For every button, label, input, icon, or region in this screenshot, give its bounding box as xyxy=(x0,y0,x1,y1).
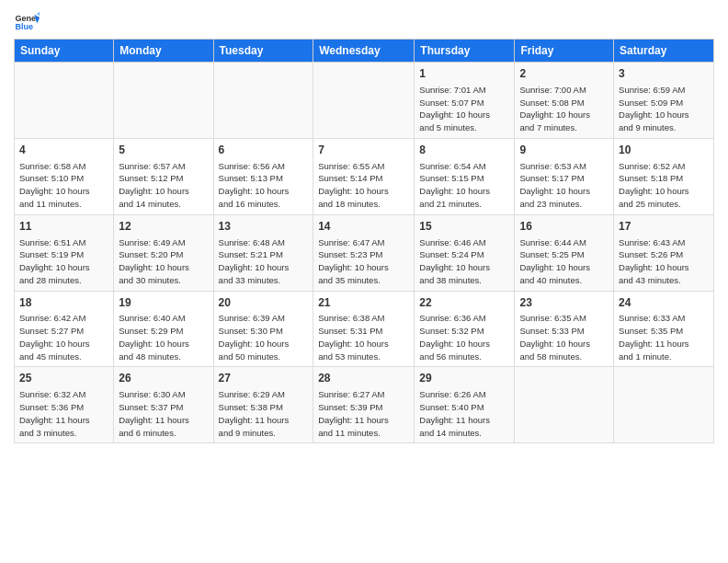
calendar-cell: 10Sunrise: 6:52 AM Sunset: 5:18 PM Dayli… xyxy=(614,138,714,214)
calendar-cell: 27Sunrise: 6:29 AM Sunset: 5:38 PM Dayli… xyxy=(213,367,313,443)
calendar-cell xyxy=(614,367,714,443)
day-number: 3 xyxy=(619,66,709,82)
day-info: Sunrise: 6:59 AM Sunset: 5:09 PM Dayligh… xyxy=(619,84,709,134)
calendar-cell xyxy=(15,63,114,139)
day-number: 25 xyxy=(19,371,108,386)
day-number: 6 xyxy=(219,143,309,158)
day-info: Sunrise: 6:36 AM Sunset: 5:32 PM Dayligh… xyxy=(419,312,509,362)
calendar-cell: 14Sunrise: 6:47 AM Sunset: 5:23 PM Dayli… xyxy=(313,214,415,291)
day-info: Sunrise: 6:54 AM Sunset: 5:15 PM Dayligh… xyxy=(419,160,509,211)
day-info: Sunrise: 6:42 AM Sunset: 5:27 PM Dayligh… xyxy=(19,312,108,362)
weekday-header-wednesday: Wednesday xyxy=(313,40,415,63)
day-info: Sunrise: 6:58 AM Sunset: 5:10 PM Dayligh… xyxy=(19,160,108,211)
calendar-week-2: 4Sunrise: 6:58 AM Sunset: 5:10 PM Daylig… xyxy=(15,138,714,214)
calendar-cell: 17Sunrise: 6:43 AM Sunset: 5:26 PM Dayli… xyxy=(614,214,714,291)
calendar-cell: 28Sunrise: 6:27 AM Sunset: 5:39 PM Dayli… xyxy=(313,367,415,443)
day-info: Sunrise: 6:49 AM Sunset: 5:20 PM Dayligh… xyxy=(119,236,208,287)
day-number: 17 xyxy=(619,219,709,235)
day-info: Sunrise: 6:35 AM Sunset: 5:33 PM Dayligh… xyxy=(519,312,609,362)
day-info: Sunrise: 6:47 AM Sunset: 5:23 PM Dayligh… xyxy=(318,236,409,287)
calendar-cell: 24Sunrise: 6:33 AM Sunset: 5:35 PM Dayli… xyxy=(614,291,714,367)
calendar-cell: 11Sunrise: 6:51 AM Sunset: 5:19 PM Dayli… xyxy=(15,214,114,291)
day-number: 4 xyxy=(19,143,108,158)
day-number: 14 xyxy=(318,219,409,235)
day-number: 7 xyxy=(318,143,409,158)
calendar-cell: 1Sunrise: 7:01 AM Sunset: 5:07 PM Daylig… xyxy=(415,63,515,139)
weekday-header-tuesday: Tuesday xyxy=(213,40,313,63)
calendar-table: SundayMondayTuesdayWednesdayThursdayFrid… xyxy=(14,39,714,443)
day-number: 22 xyxy=(419,295,509,311)
calendar-cell: 5Sunrise: 6:57 AM Sunset: 5:12 PM Daylig… xyxy=(114,138,213,214)
page: General Blue SundayMondayTuesdayWednesda… xyxy=(0,0,728,453)
calendar-cell: 19Sunrise: 6:40 AM Sunset: 5:29 PM Dayli… xyxy=(114,291,213,367)
day-number: 9 xyxy=(519,143,609,158)
day-info: Sunrise: 6:57 AM Sunset: 5:12 PM Dayligh… xyxy=(119,160,208,211)
day-number: 10 xyxy=(619,143,709,158)
day-info: Sunrise: 6:48 AM Sunset: 5:21 PM Dayligh… xyxy=(219,236,309,287)
calendar-cell: 7Sunrise: 6:55 AM Sunset: 5:14 PM Daylig… xyxy=(313,138,415,214)
calendar-cell: 29Sunrise: 6:26 AM Sunset: 5:40 PM Dayli… xyxy=(415,367,515,443)
day-info: Sunrise: 6:26 AM Sunset: 5:40 PM Dayligh… xyxy=(419,388,509,439)
day-number: 27 xyxy=(219,371,309,386)
calendar-cell xyxy=(515,367,614,443)
day-number: 23 xyxy=(519,295,609,311)
day-info: Sunrise: 7:01 AM Sunset: 5:07 PM Dayligh… xyxy=(419,84,509,134)
header: General Blue xyxy=(14,9,714,35)
day-number: 2 xyxy=(519,66,609,82)
day-info: Sunrise: 7:00 AM Sunset: 5:08 PM Dayligh… xyxy=(519,84,609,134)
weekday-header-saturday: Saturday xyxy=(614,40,714,63)
calendar-cell: 26Sunrise: 6:30 AM Sunset: 5:37 PM Dayli… xyxy=(114,367,213,443)
day-info: Sunrise: 6:53 AM Sunset: 5:17 PM Dayligh… xyxy=(519,160,609,211)
day-number: 13 xyxy=(219,219,309,235)
logo: General Blue xyxy=(14,9,43,35)
day-number: 26 xyxy=(119,371,208,386)
day-info: Sunrise: 6:32 AM Sunset: 5:36 PM Dayligh… xyxy=(19,388,108,439)
day-info: Sunrise: 6:27 AM Sunset: 5:39 PM Dayligh… xyxy=(318,388,409,439)
day-number: 24 xyxy=(619,295,709,311)
calendar-cell: 22Sunrise: 6:36 AM Sunset: 5:32 PM Dayli… xyxy=(415,291,515,367)
day-info: Sunrise: 6:56 AM Sunset: 5:13 PM Dayligh… xyxy=(219,160,309,211)
day-info: Sunrise: 6:44 AM Sunset: 5:25 PM Dayligh… xyxy=(519,236,609,287)
day-number: 29 xyxy=(419,371,509,386)
day-info: Sunrise: 6:52 AM Sunset: 5:18 PM Dayligh… xyxy=(619,160,709,211)
calendar-cell: 4Sunrise: 6:58 AM Sunset: 5:10 PM Daylig… xyxy=(15,138,114,214)
calendar-week-5: 25Sunrise: 6:32 AM Sunset: 5:36 PM Dayli… xyxy=(15,367,714,443)
calendar-cell xyxy=(313,63,415,139)
day-number: 11 xyxy=(19,219,108,235)
svg-text:Blue: Blue xyxy=(15,22,33,31)
calendar-cell: 3Sunrise: 6:59 AM Sunset: 5:09 PM Daylig… xyxy=(614,63,714,139)
calendar-week-4: 18Sunrise: 6:42 AM Sunset: 5:27 PM Dayli… xyxy=(15,291,714,367)
calendar-week-1: 1Sunrise: 7:01 AM Sunset: 5:07 PM Daylig… xyxy=(15,63,714,139)
day-info: Sunrise: 6:43 AM Sunset: 5:26 PM Dayligh… xyxy=(619,236,709,287)
day-info: Sunrise: 6:46 AM Sunset: 5:24 PM Dayligh… xyxy=(419,236,509,287)
day-number: 5 xyxy=(119,143,208,158)
calendar-cell: 16Sunrise: 6:44 AM Sunset: 5:25 PM Dayli… xyxy=(515,214,614,291)
day-number: 28 xyxy=(318,371,409,386)
day-number: 15 xyxy=(419,219,509,235)
calendar-cell xyxy=(114,63,213,139)
calendar-cell: 6Sunrise: 6:56 AM Sunset: 5:13 PM Daylig… xyxy=(213,138,313,214)
weekday-header-monday: Monday xyxy=(114,40,213,63)
day-info: Sunrise: 6:38 AM Sunset: 5:31 PM Dayligh… xyxy=(318,312,409,362)
day-number: 19 xyxy=(119,295,208,311)
calendar-cell: 2Sunrise: 7:00 AM Sunset: 5:08 PM Daylig… xyxy=(515,63,614,139)
day-number: 18 xyxy=(19,295,108,311)
day-info: Sunrise: 6:51 AM Sunset: 5:19 PM Dayligh… xyxy=(19,236,108,287)
calendar-week-3: 11Sunrise: 6:51 AM Sunset: 5:19 PM Dayli… xyxy=(15,214,714,291)
calendar-cell xyxy=(213,63,313,139)
day-info: Sunrise: 6:55 AM Sunset: 5:14 PM Dayligh… xyxy=(318,160,409,211)
calendar-cell: 21Sunrise: 6:38 AM Sunset: 5:31 PM Dayli… xyxy=(313,291,415,367)
calendar-cell: 23Sunrise: 6:35 AM Sunset: 5:33 PM Dayli… xyxy=(515,291,614,367)
calendar-header-row: SundayMondayTuesdayWednesdayThursdayFrid… xyxy=(15,40,714,63)
day-number: 8 xyxy=(419,143,509,158)
logo-icon: General Blue xyxy=(14,9,40,35)
calendar-cell: 13Sunrise: 6:48 AM Sunset: 5:21 PM Dayli… xyxy=(213,214,313,291)
weekday-header-sunday: Sunday xyxy=(15,40,114,63)
day-number: 20 xyxy=(219,295,309,311)
calendar-cell: 15Sunrise: 6:46 AM Sunset: 5:24 PM Dayli… xyxy=(415,214,515,291)
day-info: Sunrise: 6:39 AM Sunset: 5:30 PM Dayligh… xyxy=(219,312,309,362)
day-info: Sunrise: 6:33 AM Sunset: 5:35 PM Dayligh… xyxy=(619,312,709,362)
calendar-cell: 8Sunrise: 6:54 AM Sunset: 5:15 PM Daylig… xyxy=(415,138,515,214)
calendar-cell: 20Sunrise: 6:39 AM Sunset: 5:30 PM Dayli… xyxy=(213,291,313,367)
day-info: Sunrise: 6:30 AM Sunset: 5:37 PM Dayligh… xyxy=(119,388,208,439)
